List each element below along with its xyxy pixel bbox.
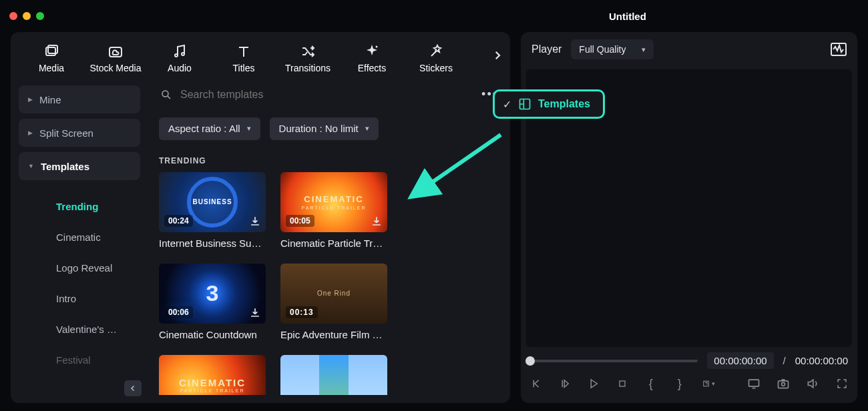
chevron-right-icon [491,49,503,61]
timeline-scrubber[interactable] [530,360,698,362]
mark-in-button[interactable]: { [644,377,657,390]
tab-stock-media[interactable]: Stock Media [87,39,144,77]
sidebar-item-templates[interactable]: ▼ Templates [19,152,140,180]
tab-label: Transitions [285,63,331,73]
svg-point-6 [162,91,168,97]
play-icon [588,378,600,390]
scroll-tabs-right-button[interactable] [489,47,506,64]
template-card[interactable]: CINEMATICPARTICLE TRAILER 00:05 Cinemati… [280,172,387,249]
svg-rect-9 [704,381,709,386]
sparkle-icon [364,43,380,59]
skip-back-icon [530,378,542,390]
download-icon[interactable] [248,306,262,320]
templates-grid: BUSINESS 00:24 Internet Business Su… CIN… [156,172,502,395]
section-heading: TRENDING [156,147,502,172]
quality-dropdown[interactable]: Full Quality ▾ [571,39,654,59]
download-icon[interactable] [370,215,383,228]
filter-label: Aspect ratio : All [168,123,240,134]
svg-point-3 [175,54,178,57]
template-card[interactable]: CINEMATICPARTICLE TRAILER [159,355,266,395]
template-thumbnail: CINEMATICPARTICLE TRAILER [159,355,266,395]
template-card[interactable] [280,355,387,395]
chevron-down-icon: ▾ [642,45,646,54]
svg-point-12 [782,382,785,386]
cloud-image-icon [107,43,124,59]
template-name: Cinematic Particle Tr… [280,238,387,249]
crop-button[interactable]: ▾ [702,377,715,390]
subcategory-festival[interactable]: Festival [19,344,140,375]
tab-transitions[interactable]: Transitions [279,39,337,77]
template-name: Epic Adventure Film … [280,329,387,340]
download-icon[interactable] [248,215,262,228]
subcategory-intro[interactable]: Intro [19,283,140,314]
camera-icon [777,377,790,390]
tab-audio[interactable]: Audio [151,39,208,77]
duration-filter[interactable]: Duration : No limit ▾ [270,117,379,140]
sidebar-item-mine[interactable]: ▶ Mine [19,85,140,113]
tab-label: Stock Media [89,63,141,73]
snapshot-button[interactable] [777,377,790,390]
templates-subcategories: Trending Cinematic Logo Reveal Intro Val… [19,185,140,375]
volume-button[interactable] [806,377,819,390]
play-button[interactable] [588,377,600,390]
template-card[interactable]: One Rind 00:13 Epic Adventure Film … [280,264,387,340]
template-card[interactable]: BUSINESS 00:24 Internet Business Su… [159,172,266,249]
window-controls [9,12,44,20]
chevron-right-icon: ▶ [28,96,33,103]
template-thumbnail: One Rind 00:13 [280,264,387,324]
chevron-down-icon: ▾ [247,124,251,133]
tab-label: Stickers [419,63,453,73]
templates-content: ••• Aspect ratio : All ▾ Duration : No l… [148,79,510,403]
scrubber-handle[interactable] [525,356,535,366]
current-timecode: 00:00:00:00 [707,352,773,369]
music-note-icon [172,43,188,59]
svg-rect-11 [779,381,789,388]
step-back-button[interactable] [559,377,572,390]
template-card[interactable]: 3 00:06 Cinematic Countdown [159,264,266,340]
crop-icon [702,378,710,390]
search-icon [160,89,172,101]
prev-frame-button[interactable] [530,377,543,390]
subcategory-valentines[interactable]: Valentine's … [19,314,140,344]
sidebar-item-split-screen[interactable]: ▶ Split Screen [19,119,140,147]
subcategory-logo-reveal[interactable]: Logo Reveal [19,252,140,283]
shuffle-icon [300,43,316,59]
templates-callout: ✓ Templates [493,89,605,119]
tab-titles[interactable]: Titles [215,39,272,77]
chevron-down-icon: ▼ [28,163,34,169]
tab-label: Effects [358,63,387,73]
close-window-icon[interactable] [9,12,17,20]
category-sidebar: ▶ Mine ▶ Split Screen ▼ Templates Trendi… [11,79,148,403]
waveform-icon[interactable] [831,43,847,56]
check-icon: ✓ [503,98,511,111]
chevron-down-icon: ▾ [365,124,369,133]
aspect-ratio-filter[interactable]: Aspect ratio : All ▾ [159,117,260,140]
duration-badge: 00:05 [286,215,314,227]
templates-icon [518,97,531,111]
total-timecode: 00:00:00:00 [795,355,848,366]
expand-icon [836,378,848,390]
player-label: Player [531,43,562,55]
tab-label: Titles [233,63,255,73]
search-input[interactable] [180,89,473,101]
titlebar: Untitled [0,0,868,32]
collapse-sidebar-button[interactable] [124,380,142,396]
zoom-window-icon[interactable] [36,12,44,20]
filter-label: Duration : No limit [279,123,359,134]
display-button[interactable] [747,377,761,390]
stop-button[interactable] [616,377,629,390]
duration-badge: 00:13 [286,306,318,318]
library-category-tabs: Media Stock Media Audio Titles Transitio… [11,32,510,79]
duration-badge: 00:24 [164,215,193,227]
fullscreen-button[interactable] [835,377,848,390]
subcategory-trending[interactable]: Trending [19,191,140,222]
mark-out-button[interactable]: } [673,377,686,390]
text-t-icon [236,43,252,59]
minimize-window-icon[interactable] [23,12,31,20]
template-name: Cinematic Countdown [159,329,266,340]
tab-media[interactable]: Media [23,39,80,77]
tab-effects[interactable]: Effects [343,39,401,77]
player-header: Player Full Quality ▾ [521,32,857,67]
subcategory-cinematic[interactable]: Cinematic [19,222,140,252]
tab-stickers[interactable]: Stickers [407,39,465,77]
